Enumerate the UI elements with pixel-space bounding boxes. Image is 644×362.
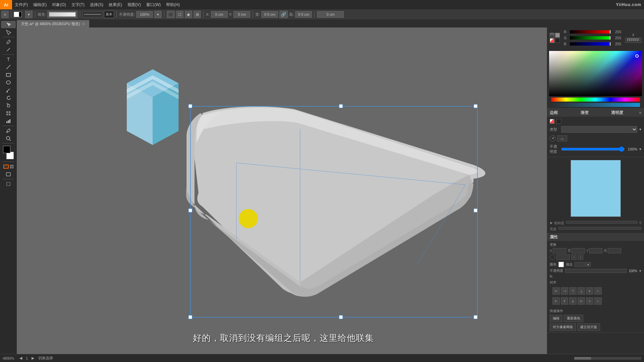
pencil-tool[interactable] [1, 46, 16, 53]
style-grid[interactable]: ⊞ [194, 11, 201, 18]
style-toggle[interactable]: ☐ [176, 11, 183, 18]
y-prop-input[interactable] [589, 248, 602, 253]
recolor-btn[interactable]: 重新着色 [564, 315, 583, 322]
tools-toggle-btn[interactable]: ≡ [1, 11, 9, 18]
distribute-center-h-btn[interactable]: ⫪ [561, 297, 568, 305]
opacity-grad-input[interactable] [561, 146, 625, 152]
w-prop-input[interactable] [572, 248, 585, 253]
stroke-preview[interactable] [83, 11, 103, 17]
gradient-type-select[interactable] [561, 126, 637, 133]
color-type-3[interactable] [550, 38, 554, 43]
w-input[interactable] [261, 11, 278, 18]
align-right-btn[interactable]: ⊤ [569, 287, 577, 295]
angle-icon[interactable] [550, 135, 556, 141]
h-input[interactable] [295, 11, 312, 18]
angle-input-area[interactable] [557, 135, 567, 141]
menu-object[interactable]: 对象(O) [49, 0, 68, 9]
color-type-2[interactable]: ⬡ [555, 33, 560, 38]
stroke-selector[interactable]: 基本 [104, 11, 114, 18]
menu-select[interactable]: 选择(S) [87, 0, 106, 9]
tab-close-btn[interactable]: ✕ [82, 22, 85, 26]
menu-view[interactable]: 视图(V) [125, 0, 144, 9]
flip-v-btn[interactable]: ↕ [578, 254, 583, 260]
artboard-tool[interactable] [1, 180, 16, 188]
link-wh-btn[interactable]: 🔗 [279, 11, 288, 18]
brightness-bar[interactable] [558, 227, 641, 230]
gradient-panel-header[interactable]: 边框 渐变 透明度 ≡ [547, 109, 644, 117]
fill-stroke-indicator[interactable] [14, 11, 24, 18]
brush-tool[interactable] [1, 86, 16, 94]
distribute-bottom-btn[interactable]: ⊦ [594, 297, 602, 305]
opacity-expand-prop[interactable]: ▾ [639, 269, 641, 273]
zoom-tool[interactable] [1, 135, 16, 142]
b-slider[interactable] [570, 42, 610, 46]
align-pixels-btn[interactable]: 对方像素网格 [550, 323, 576, 331]
grid-tool[interactable] [1, 110, 16, 117]
align-center-v-btn[interactable]: ≡ [586, 287, 593, 295]
menu-text[interactable]: 文字(T) [69, 0, 87, 9]
line-tool[interactable] [1, 63, 16, 71]
direct-select-tool[interactable] [1, 28, 16, 36]
angle-value-box[interactable] [556, 254, 570, 260]
prev-page-btn[interactable]: ◀ [18, 356, 23, 361]
color-type-4[interactable] [555, 38, 560, 43]
select-tool[interactable] [1, 21, 16, 28]
hue-bar[interactable] [551, 98, 640, 102]
extra-input[interactable] [317, 11, 344, 18]
g-slider[interactable] [570, 36, 610, 40]
edit-btn[interactable]: 编辑 [550, 315, 562, 322]
distribute-left-btn[interactable]: ⊩ [552, 297, 560, 305]
stroke-fill-toggles[interactable] [1, 163, 16, 170]
fill-selector[interactable] [47, 11, 77, 18]
distribute-right-btn[interactable]: ⫫ [569, 297, 577, 305]
color-type-1[interactable] [550, 33, 554, 38]
y-input[interactable] [233, 11, 250, 18]
x-prop-input[interactable] [553, 248, 566, 253]
menu-window[interactable]: 窗口(W) [144, 0, 163, 9]
opacity-slider-props[interactable] [565, 269, 627, 273]
stroke-width-input[interactable] [575, 262, 585, 267]
distribute-top-btn[interactable]: ⊨ [578, 297, 585, 305]
hex-input[interactable] [625, 38, 641, 43]
menu-effect[interactable]: 效果(E) [106, 0, 125, 9]
stroke-options-btn[interactable]: ▾ [585, 262, 591, 267]
r-slider[interactable] [570, 30, 610, 34]
menu-help[interactable]: 帮助(H) [163, 0, 182, 9]
align-top-btn[interactable]: ⊥ [578, 287, 585, 295]
grad-expand-btn[interactable]: ▾ [639, 127, 641, 132]
h-prop-input[interactable] [608, 248, 621, 253]
rotate-tool[interactable] [1, 94, 16, 102]
saturation-bar[interactable] [566, 221, 638, 224]
chart-tool[interactable] [1, 117, 16, 125]
rect-tool[interactable] [1, 71, 16, 78]
color-swatches[interactable] [1, 146, 16, 159]
document-tab[interactable]: 天堑.ai* @ 4800% (RGB/GPU 预览) ✕ [17, 20, 89, 27]
align-bottom-btn[interactable]: ⊦ [594, 287, 602, 295]
create-slice-btn[interactable]: 建立切片版 [577, 323, 600, 331]
color-swatch-preview[interactable] [571, 160, 621, 217]
text-tool[interactable]: T [1, 56, 16, 63]
properties-header[interactable]: 属性 [547, 233, 644, 241]
style-btn[interactable]: ⬛ [167, 11, 175, 18]
grad-fill-icon[interactable] [556, 119, 561, 124]
opacity-arrow[interactable]: ▾ [154, 11, 162, 18]
scrollbar-thumb[interactable] [574, 357, 591, 360]
foreground-color[interactable] [3, 146, 10, 153]
color-swatch-small[interactable] [558, 262, 564, 267]
align-left-btn[interactable]: ⊢ [552, 287, 560, 295]
opacity-bar[interactable] [551, 103, 640, 107]
opacity-expand-icon[interactable]: ▾ [639, 147, 641, 152]
next-page-btn[interactable]: ▶ [30, 356, 36, 361]
canvas-area[interactable]: 好的，取消到没有编组之后呢，这里给他联集 [17, 27, 627, 354]
screen-mode-btn[interactable] [1, 171, 16, 178]
x-input[interactable] [211, 11, 228, 18]
status-scrollbar[interactable] [574, 357, 641, 360]
menu-edit[interactable]: 编辑(E) [31, 0, 49, 9]
color-spectrum[interactable] [549, 51, 642, 96]
eyedropper-tool[interactable] [1, 127, 16, 134]
gradient-collapse-icon[interactable]: ≡ [639, 111, 641, 115]
fill-color-box[interactable] [14, 12, 19, 17]
grad-stroke-icon[interactable] [550, 119, 554, 124]
pen-tool[interactable] [1, 38, 16, 46]
menu-file[interactable]: 文件(F) [12, 0, 31, 9]
